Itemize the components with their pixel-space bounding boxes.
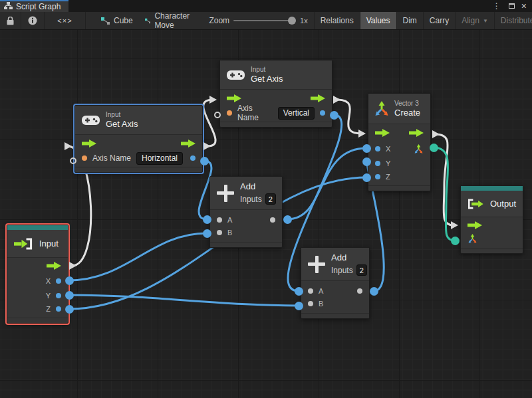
port-y-out[interactable] bbox=[56, 293, 61, 298]
vector3-out-icon[interactable] bbox=[414, 144, 424, 154]
dropdown-align[interactable]: Align ▼ bbox=[456, 12, 495, 29]
port-z-out[interactable] bbox=[56, 306, 61, 312]
value-out-port[interactable] bbox=[190, 155, 196, 161]
tab-script-graph[interactable]: Script Graph bbox=[0, 0, 68, 12]
zoom-slider-knob[interactable] bbox=[288, 17, 296, 25]
toggle-dim[interactable]: Dim bbox=[397, 12, 424, 29]
value-connector[interactable] bbox=[362, 144, 371, 153]
value-connector[interactable] bbox=[362, 157, 371, 166]
node-get-axis-vertical[interactable]: Input Get Axis Axis Name Vertical bbox=[219, 60, 332, 128]
port-y[interactable] bbox=[375, 161, 380, 166]
zoom-control: Zoom 1x bbox=[198, 12, 313, 29]
toggle-relations[interactable]: Relations bbox=[314, 12, 360, 29]
inputs-count-field[interactable]: 2 bbox=[265, 193, 276, 205]
inputs-count-field[interactable]: 2 bbox=[356, 264, 367, 276]
sum-out-port[interactable] bbox=[357, 288, 362, 294]
toggle-carry[interactable]: Carry bbox=[424, 12, 456, 29]
node-header[interactable]: Add Inputs 2 bbox=[301, 248, 369, 281]
node-vector3-create[interactable]: Vector 3 Create X Y bbox=[368, 93, 431, 191]
value-connector[interactable] bbox=[330, 111, 338, 120]
value-connector[interactable] bbox=[200, 157, 209, 165]
flow-in-connector[interactable] bbox=[451, 221, 458, 229]
value-out-port[interactable] bbox=[320, 110, 325, 116]
inputs-label: Inputs bbox=[240, 195, 262, 204]
flow-in-arrow-icon[interactable] bbox=[227, 94, 241, 102]
maximize-icon[interactable] bbox=[509, 3, 515, 9]
node-title: Output bbox=[490, 199, 516, 209]
value-connector[interactable] bbox=[362, 173, 371, 182]
node-add-1[interactable]: Add Inputs 2 A B bbox=[209, 176, 283, 248]
toggle-values[interactable]: Values bbox=[360, 12, 397, 29]
code-view-button[interactable]: <×> bbox=[45, 12, 86, 29]
flow-out-connector[interactable] bbox=[432, 130, 440, 138]
port-a[interactable] bbox=[217, 217, 222, 223]
node-input-event[interactable]: Input X Y Z bbox=[7, 225, 68, 324]
value-connector[interactable] bbox=[370, 287, 378, 296]
sum-out-port[interactable] bbox=[270, 217, 275, 223]
node-output-event[interactable]: Output bbox=[460, 185, 523, 254]
flow-out-arrow-icon[interactable] bbox=[47, 262, 61, 270]
breadcrumb-cube[interactable]: Cube bbox=[95, 12, 139, 29]
value-connector[interactable] bbox=[295, 287, 303, 296]
info-button[interactable] bbox=[21, 12, 45, 29]
port-x[interactable] bbox=[375, 146, 380, 151]
port-x-out[interactable] bbox=[56, 278, 61, 284]
axis-name-label: Axis Name bbox=[237, 104, 273, 122]
value-connector[interactable] bbox=[65, 305, 74, 314]
zoom-slider[interactable] bbox=[233, 20, 295, 21]
port-z[interactable] bbox=[375, 174, 380, 179]
node-header[interactable]: Add Inputs 2 bbox=[210, 177, 282, 210]
wire-getaxis-horizontal-to-vertical[interactable] bbox=[203, 100, 215, 146]
axis-name-port[interactable] bbox=[227, 110, 232, 116]
flow-out-arrow-icon[interactable] bbox=[181, 140, 196, 148]
script-graph-icon bbox=[4, 2, 13, 11]
axis-name-field[interactable]: Horizontal bbox=[136, 152, 183, 165]
plus-icon bbox=[217, 185, 234, 202]
node-add-2[interactable]: Add Inputs 2 A B bbox=[301, 247, 370, 319]
value-connector[interactable] bbox=[283, 215, 292, 224]
flow-in-connector[interactable] bbox=[209, 96, 217, 104]
graph-canvas[interactable]: Input Get Axis Axis Name Vertical In bbox=[0, 30, 532, 398]
value-connector[interactable] bbox=[203, 229, 211, 238]
chevron-down-icon: ▼ bbox=[483, 18, 488, 24]
port-b[interactable] bbox=[308, 301, 313, 306]
flow-in-connector[interactable] bbox=[65, 142, 72, 150]
node-footer bbox=[210, 242, 282, 247]
node-header[interactable]: Input Get Axis bbox=[220, 60, 332, 90]
axis-name-port[interactable] bbox=[82, 155, 87, 161]
vector-value-connector[interactable] bbox=[430, 144, 438, 152]
port-a[interactable] bbox=[308, 288, 313, 294]
value-connector[interactable] bbox=[65, 291, 74, 300]
flow-out-connector[interactable] bbox=[203, 142, 211, 150]
unconnected-port-ring[interactable] bbox=[214, 112, 221, 118]
node-header[interactable]: Input Get Axis bbox=[75, 106, 202, 135]
vector3-in-icon[interactable] bbox=[467, 234, 477, 244]
value-connector[interactable] bbox=[203, 215, 211, 224]
flow-in-arrow-icon[interactable] bbox=[82, 140, 96, 148]
lock-button[interactable] bbox=[0, 12, 21, 29]
axis-name-field[interactable]: Vertical bbox=[278, 107, 315, 120]
dropdown-distribute[interactable]: Distribute ▼ bbox=[495, 12, 532, 29]
unconnected-port-ring[interactable] bbox=[70, 157, 76, 164]
node-header[interactable]: Input bbox=[7, 230, 68, 258]
node-get-axis-horizontal[interactable]: Input Get Axis Axis Name Horizontal bbox=[74, 105, 203, 173]
node-title: Add bbox=[240, 181, 276, 192]
flow-out-connector[interactable] bbox=[69, 262, 76, 270]
close-icon[interactable]: × bbox=[520, 1, 528, 11]
flow-out-connector[interactable] bbox=[333, 96, 340, 104]
value-connector[interactable] bbox=[295, 302, 303, 310]
node-header[interactable]: Vector 3 Create bbox=[368, 94, 430, 124]
node-title: Get Axis bbox=[251, 74, 283, 84]
port-b[interactable] bbox=[217, 230, 222, 235]
value-connector[interactable] bbox=[65, 276, 74, 285]
node-header[interactable]: Output bbox=[461, 191, 523, 217]
node-title: Input bbox=[39, 239, 59, 249]
flow-out-arrow-icon[interactable] bbox=[409, 129, 424, 137]
flow-in-connector[interactable] bbox=[358, 130, 366, 138]
flow-in-arrow-icon[interactable] bbox=[375, 129, 390, 137]
flow-out-arrow-icon[interactable] bbox=[311, 94, 325, 102]
breadcrumb-character-move[interactable]: Character Move bbox=[139, 12, 199, 29]
flow-in-arrow-icon[interactable] bbox=[467, 221, 482, 229]
vector-value-connector[interactable] bbox=[451, 237, 460, 245]
kebab-menu-icon[interactable]: ⋮ bbox=[490, 2, 503, 10]
